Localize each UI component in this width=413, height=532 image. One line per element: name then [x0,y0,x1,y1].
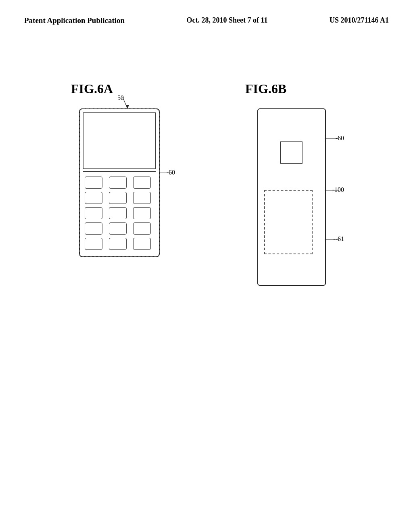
figure-6b-phone-container: -60 -100 --61 [245,108,342,286]
ref-60-6a-line [159,171,175,175]
key-2 [109,177,127,189]
key-1 [85,177,102,189]
phone-6a-keypad [83,173,156,253]
key-6 [133,192,151,204]
figure-6a-phone-container: 50 [71,108,168,257]
key-5 [109,192,127,204]
key-4 [85,192,102,204]
ref-60-6b-line [325,137,341,141]
phone-6b-inner-small [280,141,302,164]
key-9 [133,207,151,219]
phone-6b-body [257,108,326,286]
key-7 [85,207,102,219]
svg-marker-1 [126,105,129,108]
page-header: Patent Application Publication Oct. 28, … [0,0,413,25]
key-12 [133,222,151,235]
figure-6a-label: FIG.6A [71,81,113,96]
key-10 [85,222,102,235]
ref-100-line [325,188,341,192]
figure-6b-section: FIG.6B -60 -100 [245,81,342,286]
figure-6b-label: FIG.6B [245,81,286,96]
phone-6a-screen [83,112,156,169]
phone-6a-divider [83,171,156,172]
header-date-sheet: Oct. 28, 2010 Sheet 7 of 11 [187,16,268,25]
key-8 [109,207,127,219]
phone-6b-inner-dashed [264,190,313,254]
figures-area: FIG.6A 50 [0,49,413,286]
key-13 [85,238,102,250]
ref-61-line [325,237,341,241]
key-11 [109,222,127,235]
key-15 [133,238,151,250]
header-publication-label: Patent Application Publication [24,16,125,25]
figure-6a-section: FIG.6A 50 [71,81,168,257]
phone-6a-body [79,108,160,257]
key-14 [109,238,127,250]
header-patent-number: US 2010/271146 A1 [330,16,389,25]
key-3 [133,177,151,189]
